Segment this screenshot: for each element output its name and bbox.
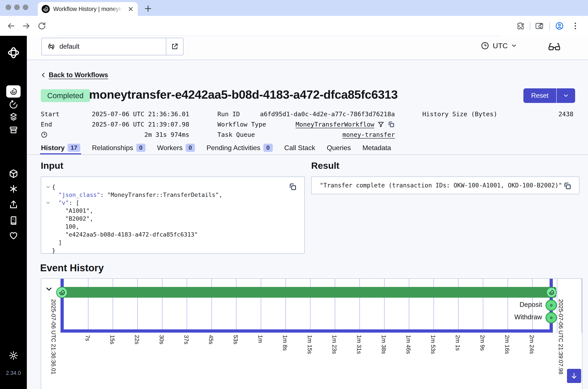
chevron-left-icon: [40, 72, 47, 78]
reset-menu-button[interactable]: [556, 88, 575, 103]
meta-row-start: Start 2025-07-06 UTC 21:36:36.01: [41, 110, 189, 118]
timeline-axis-bar: [61, 329, 553, 333]
end-label: End: [41, 121, 52, 128]
duration-value: 2m 31s 974ms: [48, 131, 189, 138]
start-value: 2025-07-06 UTC 21:36:36.01: [59, 110, 189, 118]
tab-count-badge: 0: [186, 144, 195, 152]
json-line: ]: [41, 238, 304, 246]
task-queue-label: Task Queue: [217, 131, 255, 138]
json-line-text: ]: [41, 238, 304, 246]
meta-row-end: End 2025-07-06 UTC 21:39:07.98: [41, 120, 189, 129]
timeline-collapse-chevron-icon[interactable]: [45, 285, 53, 293]
nav-item-deployments-layers-icon[interactable]: [0, 112, 27, 122]
timezone-select[interactable]: UTC: [481, 41, 517, 50]
kebab-menu-icon[interactable]: [571, 21, 580, 31]
input-card: {"json_class": "MoneyTransfer::TransferD…: [41, 176, 305, 254]
json-line: "B2002",: [41, 215, 304, 223]
scroll-to-bottom-button[interactable]: [567, 369, 581, 383]
reset-button[interactable]: Reset: [523, 88, 556, 103]
browser-tab-strip: Workflow History | moneytran: [0, 0, 588, 16]
activity-label: Deposit: [519, 301, 542, 309]
json-line-text: "v": [: [41, 199, 304, 207]
axis-tick-label: 1m: [257, 335, 264, 343]
axis-tick-label: 15s: [109, 335, 115, 344]
json-line-text: "A1001",: [41, 207, 304, 215]
chevron-down-icon: [563, 93, 569, 99]
browser-toolbar: localhost:8080/namespaces/default/workfl…: [0, 16, 588, 36]
theme-toggle-sun-icon[interactable]: [0, 351, 27, 360]
nav-item-docs-book-icon[interactable]: [0, 215, 27, 226]
tab-history[interactable]: History17: [40, 144, 81, 154]
nav-item-asterisk-icon[interactable]: [0, 184, 27, 194]
window-zoom-button[interactable]: [23, 4, 28, 10]
new-tab-button[interactable]: [143, 4, 153, 13]
copy-icon[interactable]: [288, 183, 297, 191]
namespace-select[interactable]: default: [41, 38, 183, 55]
nav-item-schedules-icon[interactable]: [0, 100, 27, 110]
activity-event-node[interactable]: [546, 300, 557, 311]
tab-pending-activities[interactable]: Pending Activities0: [206, 144, 273, 154]
tab-close-icon[interactable]: [128, 6, 134, 12]
axis-tick-label: 45s: [208, 335, 214, 344]
tab-call-stack[interactable]: Call Stack: [283, 144, 316, 154]
back-to-workflows-link[interactable]: Back to Workflows: [40, 71, 108, 79]
nav-item-workflows[interactable]: [6, 85, 21, 97]
search-tabs-icon[interactable]: [535, 21, 544, 31]
copy-icon[interactable]: [563, 182, 572, 190]
window-minimize-button[interactable]: [14, 4, 20, 10]
nav-item-nexus-cube-icon[interactable]: [0, 168, 27, 179]
tab-metadata[interactable]: Metadata: [362, 144, 392, 154]
profile-avatar-icon[interactable]: [555, 21, 564, 31]
workflow-end-node[interactable]: [546, 287, 557, 298]
workflow-type-link[interactable]: MoneyTransferWorkflow: [296, 121, 374, 128]
namespace-external-link-icon[interactable]: [166, 38, 183, 55]
json-line-text: "json_class": "MoneyTransfer::TransferDe…: [41, 191, 304, 199]
result-value: "Transfer complete (transaction IDs: OKW…: [320, 182, 562, 189]
meta-row-run-id: Run ID a6fd95d1-da0c-4d2e-a77c-786f3d762…: [217, 110, 395, 118]
extensions-puzzle-icon[interactable]: [516, 21, 525, 31]
json-line-text: "e4242aa5-b08d-4183-a472-dfca85fc6313": [41, 230, 304, 238]
task-queue-link[interactable]: money-transfer: [343, 131, 395, 138]
nav-item-import-icon[interactable]: [0, 199, 27, 210]
workflow-execution-span[interactable]: [63, 287, 556, 298]
meta-row-task-queue: Task Queue money-transfer: [217, 130, 395, 139]
workflow-start-node[interactable]: [56, 287, 68, 298]
back-icon[interactable]: [6, 21, 15, 31]
namespace-select-main[interactable]: default: [42, 38, 166, 55]
tab-workers[interactable]: Workers0: [156, 144, 196, 154]
collapse-caret-icon[interactable]: [45, 184, 51, 190]
nav-item-feedback-heart-icon[interactable]: [0, 230, 27, 241]
timeline-panel: DepositWithdraw 2025-07-06 UTC 21:36:36.…: [41, 278, 583, 389]
activity-label: Withdraw: [514, 313, 542, 321]
axis-tick-label: 2m 24s: [528, 335, 535, 354]
forward-icon[interactable]: [22, 21, 31, 31]
browser-tab[interactable]: Workflow History | moneytran: [38, 2, 138, 16]
window-close-button[interactable]: [5, 4, 11, 10]
run-id-value: a6fd95d1-da0c-4d2e-a77c-786f3d76218a: [240, 110, 395, 118]
workflow-detail-page: Back to Workflows Completed moneytransfe…: [27, 61, 588, 389]
tab-relationships[interactable]: Relationships0: [91, 144, 146, 154]
duration-clock-icon: [41, 131, 48, 138]
tab-count-badge: 0: [136, 144, 146, 152]
workflow-title: moneytransfer-e4242aa5-b08d-4183-a472-df…: [89, 88, 398, 101]
copy-icon[interactable]: [387, 121, 395, 128]
axis-tick-label: 2m 16s: [504, 335, 510, 354]
workflow-type-label: Workflow Type: [217, 121, 266, 128]
nav-item-archive-icon[interactable]: [0, 125, 27, 135]
start-label: Start: [41, 110, 59, 118]
axis-tick-label: 2m 9s: [479, 335, 486, 351]
reload-icon[interactable]: [37, 21, 46, 31]
activity-event-node[interactable]: [546, 312, 557, 323]
timeline-start-timestamp: 2025-07-06 UTC 21:36:36.01: [50, 299, 57, 374]
labs-glasses-icon[interactable]: [548, 42, 560, 52]
axis-tick-label: 1m 15s: [306, 335, 313, 354]
filter-funnel-icon[interactable]: [377, 121, 384, 128]
event-history-heading: Event History: [40, 262, 104, 274]
collapse-caret-icon[interactable]: [45, 200, 51, 205]
input-json: {"json_class": "MoneyTransfer::TransferD…: [41, 183, 304, 254]
history-size-label: History Size (Bytes): [422, 110, 497, 118]
toolbar-divider: [530, 22, 530, 30]
tab-queries[interactable]: Queries: [326, 144, 352, 154]
temporal-logo[interactable]: [0, 46, 27, 59]
tab-label: Metadata: [362, 144, 391, 152]
